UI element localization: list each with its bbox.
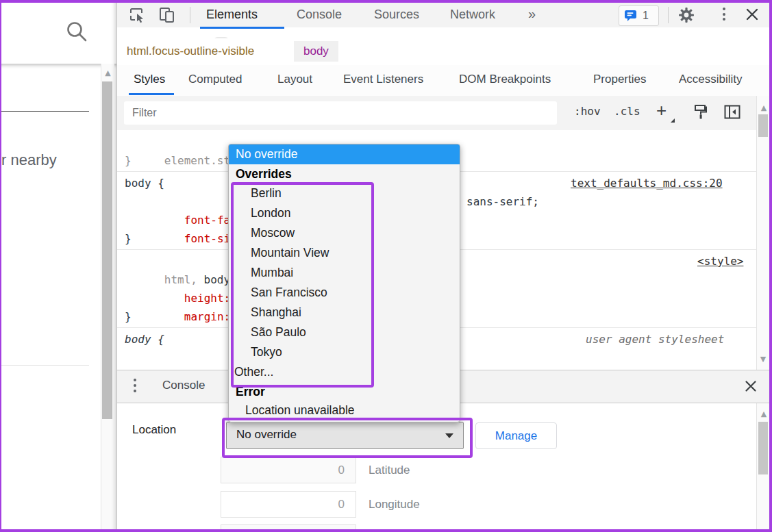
inspect-icon[interactable]: [128, 6, 145, 26]
search-icon[interactable]: [64, 19, 89, 47]
dom-tree-row[interactable]: ▸ <head> … </head>: [117, 29, 754, 38]
message-icon: [624, 10, 637, 22]
tab-layout[interactable]: Layout: [277, 73, 312, 86]
stylesheet-link[interactable]: text_defaults_md.css:20: [571, 177, 723, 190]
dropdown-option-no-override[interactable]: No override: [229, 144, 460, 164]
page-behind: r nearby ▲: [0, 0, 116, 532]
tab-dom-breakpoints[interactable]: DOM Breakpoints: [459, 73, 551, 86]
device-toolbar-icon[interactable]: [158, 6, 176, 27]
screenshot-border-bottom: [0, 529, 772, 532]
issues-button[interactable]: 1: [619, 5, 659, 26]
new-style-rule-button[interactable]: +: [656, 100, 667, 121]
tab-elements[interactable]: Elements: [206, 8, 258, 22]
kebab-menu-icon[interactable]: [717, 8, 731, 21]
breadcrumb-html[interactable]: html.focus-outline-visible: [127, 45, 254, 58]
annotation-box-select: [222, 418, 473, 458]
tab-sources[interactable]: Sources: [374, 8, 419, 22]
hover-state-button[interactable]: :hov: [574, 105, 601, 118]
page-partial-text: r nearby: [1, 151, 57, 169]
screenshot-border-right: [769, 0, 772, 532]
location-label: Location: [132, 423, 176, 437]
drawer-tab-console[interactable]: Console: [162, 379, 205, 392]
rule-element-style-close: }: [125, 151, 132, 170]
scroll-down-icon[interactable]: ▼: [756, 355, 770, 363]
class-toggle-button[interactable]: .cls: [614, 105, 640, 118]
tab-console[interactable]: Console: [297, 8, 342, 22]
filter-input[interactable]: [124, 101, 557, 125]
annotation-box-cities: [231, 182, 374, 388]
longitude-input[interactable]: [221, 491, 356, 518]
page-panel: [0, 64, 116, 532]
property-name: margin:: [184, 310, 230, 323]
rule-body-close: }: [125, 229, 132, 248]
screenshot-border-top: [0, 0, 772, 3]
page-divider-dark: [0, 111, 89, 112]
dropdown-option-location-unavailable[interactable]: Location unavailable: [229, 401, 460, 419]
drawer-scrollbar-thumb[interactable]: [758, 422, 768, 474]
breadcrumb: html.focus-outline-visible body: [117, 38, 772, 66]
tab-accessibility[interactable]: Accessibility: [679, 73, 743, 86]
toolbar-separator-right: [668, 7, 669, 23]
user-agent-label: user agent stylesheet: [586, 333, 724, 346]
styles-tabbar: Styles Computed Layout Event Listeners D…: [117, 65, 772, 97]
tab-computed[interactable]: Computed: [188, 73, 242, 86]
rendering-brush-icon[interactable]: [691, 103, 710, 125]
issues-count: 1: [643, 10, 649, 22]
page-scrollbar-thumb[interactable]: [102, 81, 112, 419]
settings-gear-icon[interactable]: [677, 6, 695, 27]
longitude-label: Longitude: [369, 498, 420, 511]
more-tabs-chevron[interactable]: »: [528, 6, 536, 22]
manage-button[interactable]: Manage: [475, 422, 557, 449]
styles-scrollbar[interactable]: ▲: [756, 96, 771, 370]
rule-html-body-close: }: [125, 307, 132, 326]
devtools-toolbar: Elements Console Sources Network » 1: [117, 2, 772, 27]
styles-scrollbar-thumb[interactable]: [758, 114, 768, 137]
drawer-close-icon[interactable]: [744, 379, 758, 396]
scroll-up-icon[interactable]: ▲: [757, 410, 771, 418]
tab-styles[interactable]: Styles: [134, 73, 165, 86]
page-divider-light: [0, 365, 89, 366]
latitude-input[interactable]: [221, 457, 356, 483]
close-devtools-icon[interactable]: [745, 7, 760, 25]
tab-event-listeners[interactable]: Event Listeners: [343, 73, 423, 86]
screenshot-border-left: [0, 0, 1, 532]
dropdown-group-overrides: Overrides: [229, 164, 460, 183]
sidebar-toggle-icon[interactable]: [723, 103, 742, 125]
screenshot-root: r nearby ▲ Elements Console Sources Netw…: [0, 0, 772, 532]
tab-properties[interactable]: Properties: [593, 73, 646, 86]
breadcrumb-body[interactable]: body: [294, 41, 338, 62]
drawer-kebab-icon[interactable]: [134, 379, 136, 392]
new-style-rule-caret: [671, 118, 675, 123]
scroll-up-icon[interactable]: ▲: [101, 69, 114, 77]
styles-filter-bar: :hov .cls +: [117, 96, 772, 130]
tab-network[interactable]: Network: [450, 8, 495, 22]
latitude-label: Latitude: [369, 464, 410, 477]
css-value-wrapped: sans-serif;: [466, 192, 539, 211]
toolbar-separator: [190, 7, 190, 23]
rule-body-selector[interactable]: body {: [125, 174, 164, 192]
styles-tab-underline: [129, 93, 174, 95]
rule-ua-body-selector[interactable]: body {: [125, 330, 164, 349]
style-tag-link[interactable]: <style>: [697, 255, 743, 268]
scroll-up-icon[interactable]: ▲: [757, 104, 771, 112]
